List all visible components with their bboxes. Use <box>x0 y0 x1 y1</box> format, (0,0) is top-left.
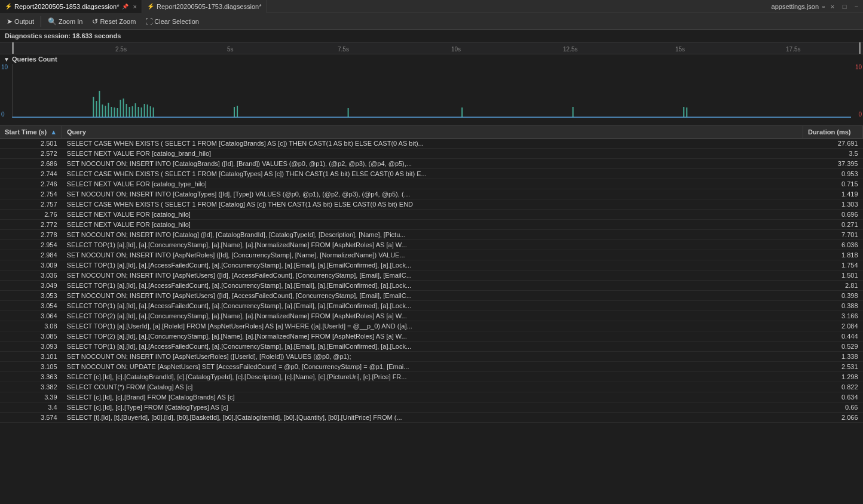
output-button[interactable]: ➤ Output <box>2 15 38 28</box>
col-duration-label: Duration (ms) <box>808 128 851 136</box>
close-win-btn[interactable]: × <box>828 2 837 11</box>
timeline-ruler: 2.5s 5s 7.5s 10s 12.5s 15s 17.5s <box>0 42 863 54</box>
table-row[interactable]: 2.572SELECT NEXT VALUE FOR [catalog_bran… <box>0 149 863 159</box>
table-row[interactable]: 2.501SELECT CASE WHEN EXISTS ( SELECT 1 … <box>0 139 863 149</box>
reset-zoom-button[interactable]: ↺ Reset Zoom <box>88 15 140 28</box>
svg-rect-14 <box>135 103 136 118</box>
minimize-win-btn[interactable]: − <box>852 2 861 11</box>
table-row[interactable]: 3.036SET NOCOUNT ON; INSERT INTO [AspNet… <box>0 271 863 281</box>
svg-rect-0 <box>93 97 94 118</box>
cell-start-time: 3.085 <box>0 331 62 342</box>
cell-start-time: 3.054 <box>0 301 62 311</box>
table-row[interactable]: 3.08SELECT TOP(1) [a].[UserId], [a].[Rol… <box>0 321 863 331</box>
cell-start-time: 3.39 <box>0 392 62 402</box>
clear-selection-button[interactable]: ⛶ Clear Selection <box>141 15 203 28</box>
svg-rect-6 <box>111 107 112 118</box>
cell-query: SET NOCOUNT ON; INSERT INTO [AspNetUsers… <box>62 291 803 301</box>
tab-icon-2: ⚡ <box>147 3 154 10</box>
cell-start-time: 3.036 <box>0 271 62 281</box>
cell-duration: 0.271 <box>803 220 863 230</box>
cell-start-time: 3.4 <box>0 402 62 413</box>
tab-active[interactable]: ⚡ Report20200505-1853.diagsession* 📌 × <box>0 0 142 13</box>
table-row[interactable]: 3.053SET NOCOUNT ON; INSERT INTO [AspNet… <box>0 291 863 301</box>
table-row[interactable]: 2.984SET NOCOUNT ON; INSERT INTO [AspNet… <box>0 250 863 260</box>
table-row[interactable]: 2.746SELECT NEXT VALUE FOR [catalog_type… <box>0 179 863 189</box>
table-row[interactable]: 2.76SELECT NEXT VALUE FOR [catalog_hilo]… <box>0 210 863 220</box>
svg-rect-27 <box>686 107 687 118</box>
table-row[interactable]: 3.101SET NOCOUNT ON; INSERT INTO [AspNet… <box>0 352 863 362</box>
svg-rect-20 <box>153 107 154 118</box>
col-header-duration[interactable]: Duration (ms) <box>803 126 863 139</box>
cell-duration: 0.634 <box>803 392 863 402</box>
cell-duration: 0.398 <box>803 291 863 301</box>
cell-start-time: 3.049 <box>0 281 62 291</box>
table-row[interactable]: 2.954SELECT TOP(1) [a].[Id], [a].[Concur… <box>0 240 863 250</box>
table-row[interactable]: 2.686SET NOCOUNT ON; INSERT INTO [Catalo… <box>0 159 863 169</box>
maximize-win-btn[interactable]: □ <box>840 2 849 11</box>
table-row[interactable]: 2.778SET NOCOUNT ON; INSERT INTO [Catalo… <box>0 230 863 240</box>
cell-start-time: 3.105 <box>0 362 62 372</box>
reset-zoom-label: Reset Zoom <box>100 18 136 25</box>
chart-y-top-right: 10 <box>855 64 862 70</box>
table-container[interactable]: Start Time (s) ▲ Query Duration (ms) 2.5… <box>0 126 863 504</box>
cell-start-time: 2.572 <box>0 149 62 159</box>
table-row[interactable]: 3.574SELECT [t].[Id], [t].[BuyerId], [b0… <box>0 413 863 423</box>
cell-duration: 1.501 <box>803 271 863 281</box>
cell-start-time: 3.093 <box>0 342 62 352</box>
table-row[interactable]: 2.757SELECT CASE WHEN EXISTS ( SELECT 1 … <box>0 199 863 210</box>
ruler-marker-10s: 10s <box>451 46 461 53</box>
sort-arrow-up: ▲ <box>50 128 57 136</box>
cell-query: SET NOCOUNT ON; INSERT INTO [CatalogType… <box>62 189 803 199</box>
table-row[interactable]: 3.105SET NOCOUNT ON; UPDATE [AspNetUsers… <box>0 362 863 372</box>
cell-start-time: 2.772 <box>0 220 62 230</box>
cell-query: SELECT TOP(2) [a].[Id], [a].[Concurrency… <box>62 331 803 342</box>
cell-query: SELECT NEXT VALUE FOR [catalog_type_hilo… <box>62 179 803 189</box>
table-row[interactable]: 3.054SELECT TOP(1) [a].[Id], [a].[Access… <box>0 301 863 311</box>
cell-duration: 1.419 <box>803 189 863 199</box>
table-row[interactable]: 3.093SELECT TOP(1) [a].[Id], [a].[Access… <box>0 342 863 352</box>
table-row[interactable]: 3.39SELECT [c].[Id], [c].[Brand] FROM [C… <box>0 392 863 402</box>
tab-inactive[interactable]: ⚡ Report20200505-1753.diagsession* <box>142 0 267 13</box>
table-row[interactable]: 3.363SELECT [c].[Id], [c].[CatalogBrandI… <box>0 372 863 382</box>
cell-query: SELECT COUNT(*) FROM [Catalog] AS [c] <box>62 382 803 392</box>
tab-close-1[interactable]: × <box>133 3 137 10</box>
table-row[interactable]: 3.085SELECT TOP(2) [a].[Id], [a].[Concur… <box>0 331 863 342</box>
ruler-marker-12_5s: 12.5s <box>563 46 577 53</box>
zoom-in-button[interactable]: 🔍 Zoom In <box>44 15 87 28</box>
cell-duration: 0.822 <box>803 382 863 392</box>
cell-query: SELECT TOP(1) [a].[Id], [a].[AccessFaile… <box>62 260 803 271</box>
chart-y-top-left: 10 <box>1 64 8 70</box>
table-row[interactable]: 3.382SELECT COUNT(*) FROM [Catalog] AS [… <box>0 382 863 392</box>
cell-start-time: 2.954 <box>0 240 62 250</box>
cell-start-time: 3.363 <box>0 372 62 382</box>
cell-start-time: 2.501 <box>0 139 62 149</box>
cell-start-time: 3.101 <box>0 352 62 362</box>
cell-query: SET NOCOUNT ON; INSERT INTO [AspNetRoles… <box>62 250 803 260</box>
table-row[interactable]: 3.4SELECT [c].[Id], [c].[Type] FROM [Cat… <box>0 402 863 413</box>
cell-duration: 0.388 <box>803 301 863 311</box>
table-row[interactable]: 3.009SELECT TOP(1) [a].[Id], [a].[Access… <box>0 260 863 271</box>
svg-rect-18 <box>147 105 148 118</box>
table-row[interactable]: 2.754SET NOCOUNT ON; INSERT INTO [Catalo… <box>0 189 863 199</box>
col-header-start-time[interactable]: Start Time (s) ▲ <box>0 126 62 139</box>
cell-duration: 1.818 <box>803 250 863 260</box>
svg-rect-4 <box>105 106 106 118</box>
table-row[interactable]: 2.744SELECT CASE WHEN EXISTS ( SELECT 1 … <box>0 169 863 179</box>
col-header-query[interactable]: Query <box>62 126 803 139</box>
cell-start-time: 2.984 <box>0 250 62 260</box>
output-label: Output <box>14 18 34 25</box>
cell-start-time: 2.76 <box>0 210 62 220</box>
table-row[interactable]: 3.064SELECT TOP(2) [a].[Id], [a].[Concur… <box>0 311 863 321</box>
pin-icon-1: 📌 <box>122 4 128 10</box>
cell-query: SELECT TOP(1) [a].[Id], [a].[AccessFaile… <box>62 281 803 291</box>
ruler-marker-2_5s: 2.5s <box>115 46 127 53</box>
table-row[interactable]: 3.049SELECT TOP(1) [a].[Id], [a].[Access… <box>0 281 863 291</box>
cell-duration: 1.298 <box>803 372 863 382</box>
svg-rect-26 <box>683 107 684 118</box>
cell-duration: 2.81 <box>803 281 863 291</box>
table-row[interactable]: 2.772SELECT NEXT VALUE FOR [catalog_hilo… <box>0 220 863 230</box>
cell-start-time: 2.778 <box>0 230 62 240</box>
svg-rect-17 <box>144 104 145 118</box>
title-bar: ⚡ Report20200505-1853.diagsession* 📌 × ⚡… <box>0 0 863 13</box>
chart-collapse-icon[interactable]: ▼ <box>4 56 10 63</box>
